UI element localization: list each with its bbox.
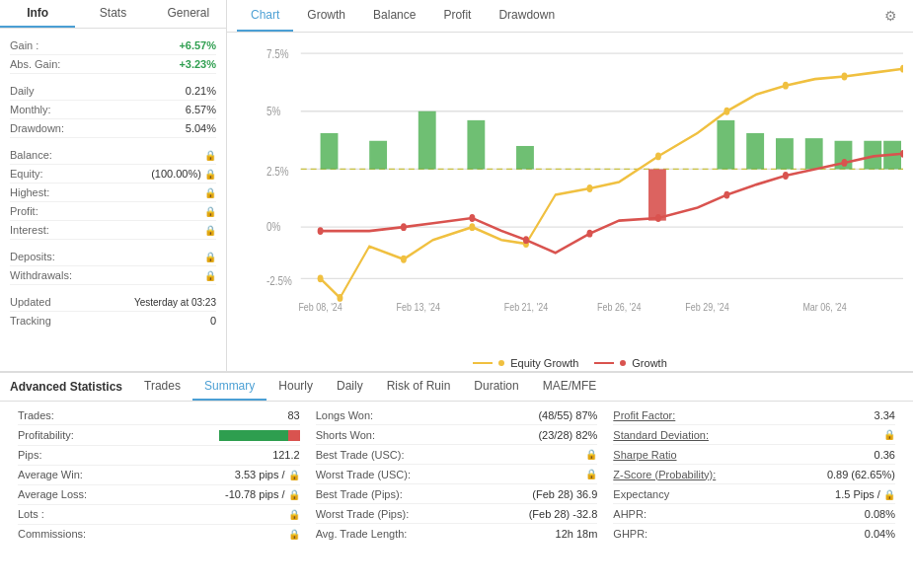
bottom-tab-mae[interactable]: MAE/MFE [531, 373, 609, 401]
bottom-tab-risk[interactable]: Risk of Ruin [375, 373, 463, 401]
tab-general[interactable]: General [151, 0, 226, 28]
bottom-tab-trades[interactable]: Trades [132, 373, 192, 401]
ahpr-value: 0.08% [865, 508, 895, 520]
tab-stats[interactable]: Stats [75, 0, 150, 28]
chart-tab-drawdown[interactable]: Drawdown [485, 0, 569, 32]
drawdown-row: Drawdown: 5.04% [10, 119, 216, 138]
svg-text:5%: 5% [266, 104, 280, 117]
bottom-tab-hourly[interactable]: Hourly [266, 373, 325, 401]
highest-row: Highest: 🔒 [10, 184, 216, 202]
best-trade-pips-row: Best Trade (Pips): (Feb 28) 36.9 [316, 484, 598, 504]
drawdown-label: Drawdown: [10, 122, 64, 134]
svg-point-24 [318, 274, 324, 282]
daily-label: Daily [10, 85, 34, 97]
stats-col-1: Trades: 83 Profitability: Pips: 121.2 [10, 405, 308, 584]
worst-trade-pips-row: Worst Trade (Pips): (Feb 28) -32.8 [316, 504, 598, 524]
svg-rect-14 [467, 120, 485, 170]
svg-rect-16 [648, 169, 666, 220]
bottom-tab-duration[interactable]: Duration [462, 373, 530, 401]
daily-value: 0.21% [186, 85, 216, 97]
abs-gain-label: Abs. Gain: [10, 58, 60, 70]
bottom-content: Trades: 83 Profitability: Pips: 121.2 [0, 402, 913, 588]
shorts-won-row: Shorts Won: (23/28) 82% [316, 425, 598, 445]
svg-point-26 [401, 256, 407, 263]
svg-rect-17 [717, 120, 734, 170]
expectancy-value: 1.5 Pips / 🔒 [835, 488, 895, 500]
profit-label: Profit: [10, 205, 38, 217]
chart-area: 7.5% 5% 2.5% 0% -2.5% [227, 33, 913, 353]
equity-value: (100.00%) 🔒 [151, 168, 216, 180]
svg-point-32 [783, 82, 789, 90]
withdrawals-lock-icon: 🔒 [204, 270, 216, 281]
sharpe-label: Sharpe Ratio [613, 449, 676, 461]
stats-col-2: Longs Won: (48/55) 87% Shorts Won: (23/2… [308, 405, 606, 584]
avg-loss-label: Average Loss: [18, 488, 87, 500]
chart-legend: Equity Growth Growth [227, 353, 913, 371]
bottom-section: Advanced Statistics Trades Summary Hourl… [0, 371, 913, 588]
lots-label: Lots : [18, 508, 44, 520]
interest-label: Interest: [10, 224, 49, 236]
lots-lock: 🔒 [288, 509, 300, 520]
left-panel: Info Stats General Gain : +6.57% Abs. Ga… [0, 0, 227, 371]
chart-tab-chart[interactable]: Chart [237, 0, 293, 32]
svg-rect-19 [776, 138, 794, 169]
longs-won-row: Longs Won: (48/55) 87% [316, 405, 598, 425]
longs-won-value: (48/55) 87% [538, 409, 597, 421]
gain-row: Gain : +6.57% [10, 37, 216, 55]
svg-point-27 [469, 223, 475, 231]
deposits-lock-icon: 🔒 [204, 252, 216, 262]
chart-tab-growth[interactable]: Growth [293, 0, 359, 32]
bottom-tab-summary[interactable]: Summary [192, 373, 266, 401]
avg-trade-length-value: 12h 18m [556, 528, 598, 540]
avg-win-row: Average Win: 3.53 pips / 🔒 [18, 466, 300, 485]
commissions-row: Commissions: 🔒 [18, 525, 300, 544]
svg-rect-12 [369, 141, 387, 170]
gain-label: Gain : [10, 39, 38, 51]
bottom-tabs: Advanced Statistics Trades Summary Hourl… [0, 373, 913, 402]
svg-point-43 [841, 159, 847, 167]
chart-tabs: Chart Growth Balance Profit Drawdown ⚙ [227, 0, 913, 33]
equity-label: Equity: [10, 168, 43, 180]
monthly-value: 6.57% [186, 104, 216, 115]
pips-label: Pips: [18, 449, 41, 461]
trades-value: 83 [287, 409, 299, 421]
svg-point-31 [723, 108, 729, 115]
worst-trade-usc-lock: 🔒 [585, 469, 597, 479]
worst-trade-usc-row: Worst Trade (USC): 🔒 [316, 465, 598, 484]
ahpr-row: AHPR: 0.08% [613, 504, 895, 524]
svg-point-42 [783, 172, 789, 180]
avg-loss-row: Average Loss: -10.78 pips / 🔒 [18, 485, 300, 505]
daily-row: Daily 0.21% [10, 82, 216, 101]
chart-settings-icon[interactable]: ⚙ [878, 2, 903, 30]
bottom-tab-daily[interactable]: Daily [325, 373, 375, 401]
svg-text:Feb 21, '24: Feb 21, '24 [504, 301, 549, 313]
svg-point-34 [900, 65, 903, 73]
chart-tab-profit[interactable]: Profit [429, 0, 485, 32]
svg-rect-15 [516, 146, 534, 169]
withdrawals-row: Withdrawals: 🔒 [10, 266, 216, 285]
pips-row: Pips: 121.2 [18, 446, 300, 466]
svg-rect-20 [805, 138, 823, 169]
profitability-row: Profitability: [18, 425, 300, 446]
ghpr-value: 0.04% [865, 528, 895, 540]
svg-point-37 [469, 214, 475, 222]
profit-lock-icon: 🔒 [204, 206, 216, 217]
zscore-label: Z-Score (Probability): [613, 469, 716, 480]
profit-factor-row: Profit Factor: 3.34 [613, 405, 895, 425]
avg-win-value: 3.53 pips / 🔒 [235, 469, 300, 480]
legend-equity: Equity Growth [473, 357, 578, 369]
best-trade-pips-label: Best Trade (Pips): [316, 488, 403, 500]
tab-info[interactable]: Info [0, 0, 75, 28]
chart-svg: 7.5% 5% 2.5% 0% -2.5% [266, 40, 903, 324]
svg-point-29 [586, 184, 592, 192]
left-content: Gain : +6.57% Abs. Gain: +3.23% Daily 0.… [0, 29, 226, 371]
best-trade-usc-lock: 🔒 [585, 449, 597, 460]
stats-grid: Trades: 83 Profitability: Pips: 121.2 [10, 405, 903, 584]
abs-gain-value: +3.23% [179, 58, 216, 70]
profit-factor-label: Profit Factor: [613, 409, 675, 421]
worst-trade-usc-label: Worst Trade (USC): [316, 469, 411, 480]
best-trade-usc-row: Best Trade (USC): 🔒 [316, 445, 598, 465]
gain-value: +6.57% [179, 39, 216, 51]
chart-tab-balance[interactable]: Balance [359, 0, 429, 32]
ghpr-row: GHPR: 0.04% [613, 524, 895, 543]
